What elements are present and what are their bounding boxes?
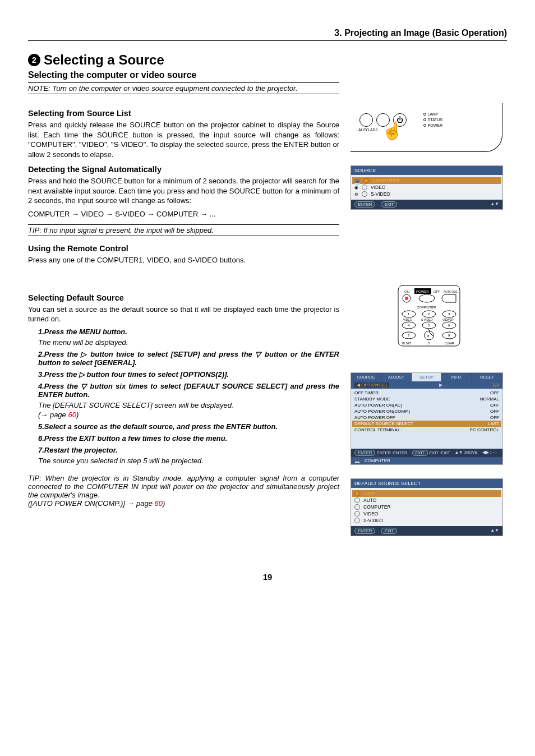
laptop-icon xyxy=(354,458,360,463)
radio-off-icon xyxy=(354,504,360,510)
source-osd-footer: ENTER EXIT ▲▼ xyxy=(351,200,502,209)
remote-control-illustration: ON POWER OFF AUTO ADJ. COMPUTER 1 2 3 VI… xyxy=(398,285,460,348)
remote-label-on: ON xyxy=(404,290,409,293)
setup-osd: SOURCE ADJUST SETUP INFO. RESET ◀ OPTION… xyxy=(350,372,503,465)
tip-detect: TIP: If no input signal is present, the … xyxy=(28,224,339,236)
tab-source: SOURCE xyxy=(351,373,381,381)
video-icon xyxy=(354,185,358,190)
svg-text:S-VIDEO: S-VIDEO xyxy=(421,318,433,321)
section-number-badge: 2 xyxy=(28,54,40,66)
heading-source-list: Selecting from Source List xyxy=(28,109,339,118)
section-subtitle: Selecting the computer or video source xyxy=(28,70,507,80)
subtab-options2: ◀ OPTIONS(2) xyxy=(354,382,389,388)
step-7: 7.Restart the projector. The source you … xyxy=(38,446,339,465)
exit-pill-icon: EXIT xyxy=(381,201,397,208)
default-src-opt-svideo: S-VIDEO xyxy=(354,517,499,524)
svg-text:POWER: POWER xyxy=(416,290,429,293)
default-src-opt-video: VIDEO xyxy=(354,510,499,517)
default-src-opt-last: LAST xyxy=(352,490,501,497)
setup-osd-footer2: COMPUTER xyxy=(351,457,502,464)
radio-off-icon xyxy=(354,518,360,523)
step-3: 3.Press the ▷ button four times to selec… xyxy=(38,370,339,379)
tip-default: TIP: When the projector is in Standby mo… xyxy=(28,474,339,499)
section-heading: 2 Selecting a Source xyxy=(28,52,507,68)
setup-osd-list: OFF TIMEROFF STANDBY MODENORMAL AUTO POW… xyxy=(351,389,502,449)
svg-text:ID SET: ID SET xyxy=(402,342,411,345)
setup-osd-tabs: SOURCE ADJUST SETUP INFO. RESET xyxy=(351,373,502,381)
default-src-opt-computer: COMPUTER xyxy=(354,504,499,510)
radio-off-icon xyxy=(362,191,367,197)
default-source-osd-footer: ENTER EXIT ▲▼ xyxy=(351,526,502,536)
tab-setup: SETUP xyxy=(412,373,442,381)
svg-text:AUTO ADJ.: AUTO ADJ. xyxy=(444,290,458,293)
autoadj-label: AUTO ADJ. xyxy=(358,128,379,132)
svg-point-6 xyxy=(405,297,408,300)
text-default: You can set a source as the default sour… xyxy=(28,305,339,324)
heading-remote: Using the Remote Control xyxy=(28,244,339,253)
svg-text:COMPUTER: COMPUTER xyxy=(417,306,436,309)
enter-pill-icon: ENTER xyxy=(354,528,375,534)
setup-osd-footer1: ENTER ENTER :ENTER EXIT EXIT :EXIT ▲▼ :M… xyxy=(351,449,502,457)
subtab-page: 2/2 xyxy=(493,382,499,388)
text-remote: Press any one of the COMPUTER1, VIDEO, a… xyxy=(28,255,339,265)
source-osd-item-video: VIDEO xyxy=(354,184,499,191)
radio-on-icon xyxy=(354,491,360,496)
svg-text:0: 0 xyxy=(428,342,430,345)
page-ref-60b[interactable]: 60 xyxy=(155,499,163,508)
step-5: 5.Select a source as the default source,… xyxy=(38,422,339,431)
page-ref-60a[interactable]: 60 xyxy=(68,411,76,419)
steps-list: 1.Press the MENU button. The menu will b… xyxy=(28,328,339,465)
default-src-opt-auto: AUTO xyxy=(354,497,499,504)
section-note: NOTE: Turn on the computer or video sour… xyxy=(28,82,339,94)
heading-default: Selecting Default Source xyxy=(28,293,339,302)
svideo-icon xyxy=(354,191,358,197)
updown-icon: ▲▼ xyxy=(490,528,499,534)
led-group: LAMP STATUS POWER xyxy=(423,111,442,128)
enter-pill-icon: ENTER xyxy=(354,201,375,208)
led-power-icon xyxy=(423,124,426,127)
updown-icon: ▲▼ xyxy=(490,201,499,208)
step-6: 6.Press the EXIT button a few times to c… xyxy=(38,434,339,442)
led-status-icon xyxy=(423,118,426,121)
step-1: 1.Press the MENU button. The menu will b… xyxy=(38,328,339,347)
text-detect-chain: COMPUTER → VIDEO → S-VIDEO → COMPUTER → … xyxy=(28,209,339,219)
projector-top-panel: ⏻ AUTO ADJ. LAMP STATUS POWER ☝ xyxy=(350,103,502,152)
default-source-osd-title: DEFAULT SOURCE SELECT xyxy=(351,479,502,488)
laptop-icon xyxy=(354,179,360,182)
tab-info: INFO. xyxy=(442,373,472,381)
svg-text:CLEAR: CLEAR xyxy=(445,342,454,345)
svg-text:VIDEO: VIDEO xyxy=(403,318,412,321)
heading-detect: Detecting the Signal Automatically xyxy=(28,165,339,174)
svg-text:VIEWER: VIEWER xyxy=(442,318,454,321)
step-2: 2.Press the ▷ button twice to select [SE… xyxy=(38,350,339,367)
text-detect: Press and hold the SOURCE button for a m… xyxy=(28,176,339,206)
radio-off-icon xyxy=(354,497,360,503)
tab-reset: RESET xyxy=(472,373,502,381)
tab-adjust: ADJUST xyxy=(381,373,412,381)
section-title: Selecting a Source xyxy=(44,52,164,68)
exit-pill-icon: EXIT xyxy=(381,528,397,534)
source-osd-item-computer: COMPUTER xyxy=(352,177,501,184)
led-lamp-icon xyxy=(423,113,426,116)
source-osd: SOURCE COMPUTER VIDEO S-VIDEO xyxy=(350,165,503,210)
hand-pointer-icon: ☝ xyxy=(382,122,403,139)
source-osd-title: SOURCE xyxy=(351,166,502,175)
step-4: 4.Press the ▽ button six times to select… xyxy=(38,382,339,419)
source-osd-item-svideo: S-VIDEO xyxy=(354,191,499,197)
page-number: 19 xyxy=(28,572,507,582)
radio-off-icon xyxy=(354,511,360,517)
svg-text:OFF: OFF xyxy=(433,290,440,293)
source-button-icon xyxy=(359,113,373,127)
chapter-title: 3. Projecting an Image (Basic Operation) xyxy=(28,28,507,41)
text-source-list: Press and quickly release the SOURCE but… xyxy=(28,120,339,159)
default-source-osd: DEFAULT SOURCE SELECT LAST AUTO COMPUTER… xyxy=(350,478,503,536)
radio-off-icon xyxy=(362,185,367,190)
radio-on-icon xyxy=(363,178,369,183)
